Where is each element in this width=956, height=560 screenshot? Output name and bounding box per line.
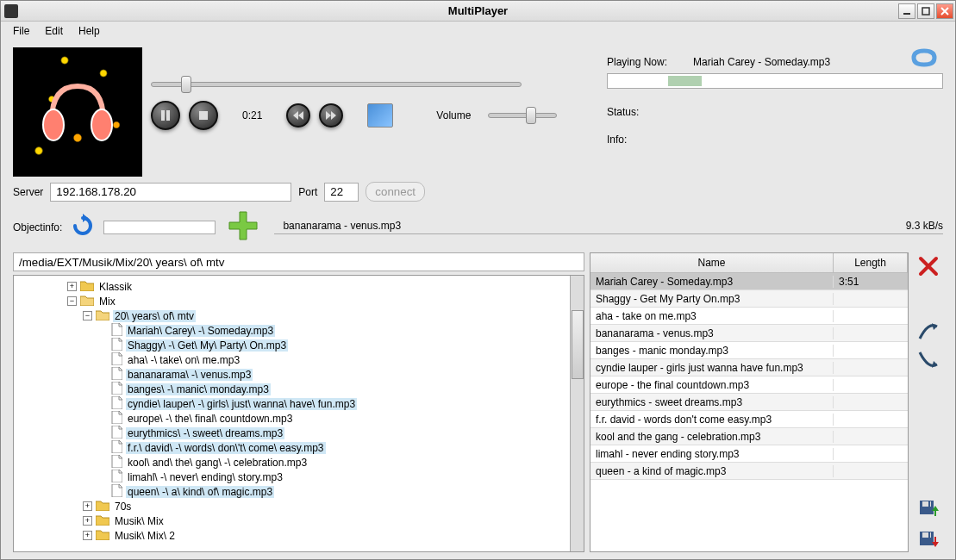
- seek-slider[interactable]: [151, 82, 522, 87]
- menu-file[interactable]: File: [6, 23, 36, 39]
- add-button[interactable]: [224, 207, 262, 247]
- menu-help[interactable]: Help: [72, 23, 107, 39]
- tree-node[interactable]: banges\ -\ manic\ monday.mp3: [16, 382, 566, 396]
- status-label: Status:: [607, 106, 639, 118]
- tree-expander[interactable]: −: [83, 311, 92, 320]
- playlist-row[interactable]: banges - manic monday.mp3: [590, 342, 908, 359]
- tree-node[interactable]: aha\ -\ take\ on\ me.mp3: [16, 352, 566, 367]
- tree-node[interactable]: kool\ and\ the\ gang\ -\ celebration.mp3: [16, 455, 566, 470]
- move-up-button[interactable]: [916, 318, 940, 342]
- playlist-row[interactable]: kool and the gang - celebration.mp3: [590, 428, 908, 445]
- col-name-header[interactable]: Name: [590, 253, 834, 272]
- tree-label[interactable]: europe\ -\ the\ final\ countdown.mp3: [126, 413, 294, 425]
- tree-node[interactable]: Mariah\ Carey\ -\ Someday.mp3: [16, 323, 566, 338]
- save-up-button[interactable]: [916, 528, 940, 552]
- tree-node[interactable]: −20\ years\ of\ mtv: [16, 308, 566, 323]
- refresh-button[interactable]: [71, 214, 95, 240]
- tree-scrollbar[interactable]: [570, 276, 584, 551]
- tree-label[interactable]: f.r.\ david\ -\ words\ don\'t\ come\ eas…: [126, 442, 326, 454]
- playlist-name-cell: Mariah Carey - Someday.mp3: [590, 276, 834, 288]
- tree-label[interactable]: limahl\ -\ never\ ending\ story.mp3: [126, 471, 284, 483]
- app-icon: [4, 4, 18, 18]
- playlist-row[interactable]: limahl - never ending story.mp3: [590, 445, 908, 463]
- tree-label[interactable]: aha\ -\ take\ on\ me.mp3: [126, 354, 241, 366]
- visualizer-icon: [367, 103, 393, 128]
- tree-label[interactable]: Klassik: [97, 281, 134, 293]
- tree-node[interactable]: cyndie\ lauper\ -\ girls\ just\ wanna\ h…: [16, 396, 566, 411]
- file-icon: [111, 338, 122, 353]
- tree-label[interactable]: eurythmics\ -\ sweet\ dreams.mp3: [126, 427, 284, 439]
- file-icon: [111, 396, 122, 412]
- tree-expander[interactable]: +: [83, 501, 92, 511]
- playing-progress[interactable]: [607, 73, 943, 89]
- tree-label[interactable]: 70s: [113, 501, 133, 513]
- tree-node[interactable]: bananarama\ -\ venus.mp3: [16, 367, 566, 382]
- playlist-name-cell: kool and the gang - celebration.mp3: [590, 431, 834, 443]
- loop-icon[interactable]: [909, 47, 940, 71]
- tree-node[interactable]: europe\ -\ the\ final\ countdown.mp3: [16, 411, 566, 426]
- tree-label[interactable]: Musik\ Mix\ 2: [113, 530, 177, 542]
- tree-label[interactable]: banges\ -\ manic\ monday.mp3: [126, 383, 271, 395]
- file-icon: [111, 411, 122, 426]
- tree-label[interactable]: cyndie\ lauper\ -\ girls\ just\ wanna\ h…: [126, 398, 357, 410]
- tree-expander[interactable]: +: [83, 531, 92, 540]
- tree-label[interactable]: 20\ years\ of\ mtv: [113, 310, 196, 322]
- tree-node[interactable]: limahl\ -\ never\ ending\ story.mp3: [16, 470, 566, 484]
- tree-node[interactable]: −Mix: [16, 294, 566, 308]
- previous-button[interactable]: [286, 103, 310, 128]
- playlist-row[interactable]: Shaggy - Get My Party On.mp3: [590, 290, 908, 308]
- volume-slider[interactable]: [488, 113, 557, 118]
- file-icon: [111, 484, 122, 500]
- playlist-name-cell: limahl - never ending story.mp3: [590, 448, 834, 460]
- tree-label[interactable]: Musik\ Mix: [113, 515, 166, 527]
- path-input[interactable]: [13, 252, 584, 271]
- connect-button[interactable]: connect: [366, 182, 425, 202]
- file-icon: [111, 426, 122, 441]
- tree-node[interactable]: eurythmics\ -\ sweet\ dreams.mp3: [16, 426, 566, 440]
- next-button[interactable]: [319, 103, 343, 128]
- playlist-row[interactable]: europe - the final countdown.mp3: [590, 376, 908, 394]
- playlist-row[interactable]: aha - take on me.mp3: [590, 308, 908, 325]
- server-input[interactable]: [50, 183, 291, 202]
- playlist-row[interactable]: f.r. david - words don't come easy.mp3: [590, 411, 908, 428]
- tree-label[interactable]: Shaggy\ -\ Get\ My\ Party\ On.mp3: [126, 339, 288, 352]
- tree-node[interactable]: +Musik\ Mix: [16, 513, 566, 528]
- tree-node[interactable]: queen\ -\ a\ kind\ of\ magic.mp3: [16, 484, 566, 499]
- playlist-row[interactable]: cyndie lauper - girls just wanna have fu…: [590, 359, 908, 376]
- tree-label[interactable]: Mariah\ Carey\ -\ Someday.mp3: [126, 325, 275, 337]
- tree-node[interactable]: +Musik\ Mix\ 2: [16, 528, 566, 543]
- tree-label[interactable]: Mix: [97, 296, 117, 308]
- menu-edit[interactable]: Edit: [38, 23, 70, 39]
- main-window: MultiPlayer File Edit Help: [0, 0, 956, 560]
- port-input[interactable]: [324, 183, 359, 202]
- stop-button[interactable]: [189, 101, 218, 130]
- svg-rect-6: [199, 111, 208, 120]
- tree-node[interactable]: f.r.\ david\ -\ words\ don\'t\ come\ eas…: [16, 440, 566, 455]
- file-tree[interactable]: +Klassik−Mix−20\ years\ of\ mtvMariah\ C…: [13, 275, 584, 552]
- tree-label[interactable]: queen\ -\ a\ kind\ of\ magic.mp3: [126, 486, 274, 498]
- playlist-row[interactable]: queen - a kind of magic.mp3: [590, 463, 908, 480]
- close-button[interactable]: [936, 3, 953, 19]
- album-art: [13, 47, 142, 177]
- maximize-button[interactable]: [917, 3, 934, 19]
- svg-marker-10: [331, 111, 336, 120]
- playlist-row[interactable]: Mariah Carey - Someday.mp33:51: [590, 273, 908, 290]
- tree-expander[interactable]: +: [83, 516, 92, 526]
- pause-button[interactable]: [151, 101, 180, 130]
- save-down-button[interactable]: [916, 497, 940, 521]
- tree-node[interactable]: +Klassik: [16, 279, 566, 294]
- tree-label[interactable]: bananarama\ -\ venus.mp3: [126, 369, 253, 381]
- playlist-row[interactable]: eurythmics - sweet dreams.mp3: [590, 394, 908, 411]
- tree-label[interactable]: kool\ and\ the\ gang\ -\ celebration.mp3: [126, 457, 309, 469]
- playlist-name-cell: f.r. david - words don't come easy.mp3: [590, 414, 834, 426]
- playlist-row[interactable]: bananarama - venus.mp3: [590, 325, 908, 342]
- col-length-header[interactable]: Length: [834, 253, 908, 272]
- tree-expander[interactable]: −: [67, 296, 77, 306]
- playlist-name-cell: bananarama - venus.mp3: [590, 327, 834, 339]
- tree-node[interactable]: +70s: [16, 499, 566, 513]
- move-down-button[interactable]: [916, 349, 940, 373]
- tree-expander[interactable]: +: [67, 282, 77, 291]
- delete-button[interactable]: [916, 254, 940, 278]
- minimize-button[interactable]: [898, 3, 915, 19]
- tree-node[interactable]: Shaggy\ -\ Get\ My\ Party\ On.mp3: [16, 338, 566, 352]
